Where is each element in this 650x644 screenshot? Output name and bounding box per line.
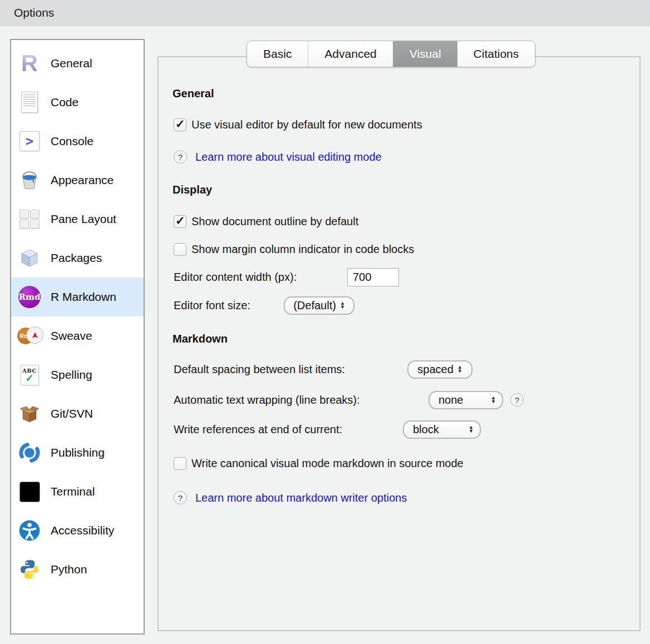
- pdf-icon: [26, 326, 43, 344]
- learn-more-visual-editing-link[interactable]: Learn more about visual editing mode: [195, 151, 382, 164]
- sidebar-item-label: R Markdown: [51, 290, 116, 304]
- sidebar-item-label: Code: [51, 96, 78, 109]
- sidebar-item-label: Publishing: [51, 446, 105, 459]
- sidebar-item-general[interactable]: R General: [11, 44, 144, 83]
- text-wrapping-select[interactable]: none ▲▼: [429, 391, 503, 409]
- sidebar-item-pane-layout[interactable]: Pane Layout: [11, 200, 144, 239]
- show-outline-row: Show document outline by default: [174, 213, 358, 230]
- code-document-icon: [17, 90, 42, 115]
- editor-font-size-row: Editor font size: (Default) ▲▼: [174, 296, 354, 315]
- list-spacing-select[interactable]: spaced ▲▼: [407, 360, 472, 379]
- pane-grid-icon: [17, 207, 42, 231]
- help-icon[interactable]: ?: [510, 393, 524, 407]
- editor-width-row: Editor content width (px):: [174, 267, 399, 286]
- sweave-rnw-pdf-icon: Rnw: [17, 324, 42, 348]
- sidebar-item-label: Python: [51, 563, 87, 576]
- cardboard-box-icon: [17, 402, 42, 426]
- sidebar-item-sweave[interactable]: Rnw Sweave: [11, 316, 144, 355]
- show-margin-label: Show margin column indicator in code blo…: [191, 243, 414, 256]
- show-margin-checkbox[interactable]: [174, 243, 186, 256]
- sidebar-item-publishing[interactable]: Publishing: [11, 433, 144, 472]
- section-heading-markdown: Markdown: [173, 333, 228, 345]
- text-wrapping-label: Automatic text wrapping (line breaks):: [174, 394, 429, 407]
- package-cube-icon: [17, 246, 42, 270]
- sidebar-item-appearance[interactable]: Appearance: [11, 161, 144, 200]
- python-logo-icon: [17, 557, 42, 582]
- editor-width-input[interactable]: [347, 268, 399, 286]
- canonical-markdown-checkbox[interactable]: [174, 457, 186, 470]
- editor-font-size-select[interactable]: (Default) ▲▼: [284, 296, 354, 315]
- editor-width-label: Editor content width (px):: [174, 271, 347, 284]
- sidebar-item-r-markdown[interactable]: Rmd R Markdown: [11, 278, 144, 316]
- accessibility-icon: [17, 518, 42, 543]
- section-heading-display: Display: [173, 184, 212, 196]
- stepper-arrows-icon: ▲▼: [491, 396, 496, 404]
- references-label: Write references at end of current:: [174, 423, 403, 436]
- terminal-icon: [17, 479, 42, 504]
- window-title: Options: [14, 6, 54, 19]
- use-visual-editor-checkbox[interactable]: [174, 118, 186, 131]
- sidebar-item-packages[interactable]: Packages: [11, 239, 144, 278]
- sidebar-item-code[interactable]: Code: [11, 83, 144, 122]
- list-spacing-row: Default spacing between list items: spac…: [174, 360, 472, 379]
- sidebar-item-accessibility[interactable]: Accessibility: [11, 511, 144, 550]
- sidebar-item-label: General: [51, 57, 92, 70]
- visual-editing-help-row: ? Learn more about visual editing mode: [174, 150, 382, 164]
- sidebar-item-console[interactable]: > Console: [11, 122, 144, 161]
- sidebar-item-label: Terminal: [51, 485, 95, 498]
- sidebar-item-label: Spelling: [51, 368, 92, 382]
- canonical-markdown-label: Write canonical visual mode markdown in …: [191, 457, 464, 470]
- tab-citations[interactable]: Citations: [457, 41, 535, 67]
- paint-bucket-icon: [17, 168, 42, 192]
- sidebar-item-label: Sweave: [51, 329, 92, 343]
- publish-connect-icon: [17, 440, 42, 465]
- show-margin-row: Show margin column indicator in code blo…: [174, 241, 414, 257]
- canonical-markdown-row: Write canonical visual mode markdown in …: [174, 455, 464, 472]
- references-row: Write references at end of current: bloc…: [174, 420, 481, 439]
- sidebar-item-python[interactable]: Python: [11, 550, 144, 589]
- sidebar-item-label: Accessibility: [51, 524, 114, 537]
- show-outline-label: Show document outline by default: [191, 215, 358, 228]
- window-titlebar: Options: [0, 0, 650, 26]
- list-spacing-label: Default spacing between list items:: [174, 363, 407, 376]
- rmarkdown-badge-icon: Rmd: [17, 285, 42, 309]
- help-icon[interactable]: ?: [174, 491, 187, 504]
- r-logo-icon: R: [17, 51, 42, 76]
- tab-basic[interactable]: Basic: [247, 41, 308, 67]
- options-sidebar: R General Code > Console Appearance P: [10, 39, 145, 635]
- references-select[interactable]: block ▲▼: [403, 420, 481, 439]
- section-heading-general: General: [173, 87, 214, 100]
- console-prompt-icon: >: [17, 129, 42, 153]
- sidebar-item-label: Git/SVN: [51, 407, 93, 420]
- use-visual-editor-row: Use visual editor by default for new doc…: [174, 116, 422, 133]
- sidebar-item-terminal[interactable]: Terminal: [11, 472, 144, 511]
- sidebar-item-git-svn[interactable]: Git/SVN: [11, 394, 144, 433]
- tab-visual[interactable]: Visual: [393, 41, 457, 67]
- sidebar-item-label: Appearance: [51, 174, 114, 187]
- show-outline-checkbox[interactable]: [174, 215, 186, 228]
- stepper-arrows-icon: ▲▼: [457, 365, 462, 373]
- sidebar-item-spelling[interactable]: ABC ✓ Spelling: [11, 355, 144, 394]
- spellcheck-icon: ABC ✓: [17, 363, 42, 387]
- visual-options-tabbar: Basic Advanced Visual Citations: [247, 41, 535, 67]
- tab-advanced[interactable]: Advanced: [308, 41, 392, 67]
- learn-more-markdown-writer-link[interactable]: Learn more about markdown writer options: [195, 492, 407, 504]
- help-icon[interactable]: ?: [174, 150, 187, 164]
- sidebar-item-label: Pane Layout: [51, 212, 116, 226]
- sidebar-item-label: Console: [51, 135, 93, 148]
- stepper-arrows-icon: ▲▼: [469, 425, 474, 433]
- stepper-arrows-icon: ▲▼: [340, 301, 345, 309]
- use-visual-editor-label: Use visual editor by default for new doc…: [191, 118, 422, 131]
- sidebar-item-label: Packages: [51, 251, 102, 265]
- text-wrapping-row: Automatic text wrapping (line breaks): n…: [174, 390, 524, 409]
- editor-font-size-label: Editor font size:: [174, 299, 284, 312]
- visual-options-panel: General Use visual editor by default for…: [157, 56, 641, 631]
- markdown-writer-help-row: ? Learn more about markdown writer optio…: [174, 491, 407, 505]
